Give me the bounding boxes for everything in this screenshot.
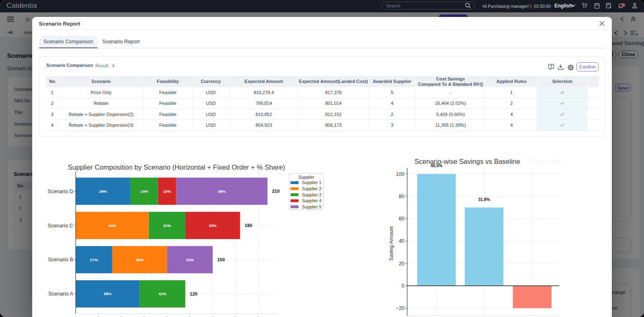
svg-text:Supplier Composition by Scenar: Supplier Composition by Scenario (Horizo…: [68, 163, 285, 171]
svg-text:Supplier: Supplier: [298, 175, 315, 180]
svg-text:210: 210: [272, 189, 279, 194]
svg-text:Scenario C: Scenario C: [48, 223, 73, 229]
svg-text:40: 40: [399, 238, 405, 244]
svg-text:44%: 44%: [108, 223, 116, 228]
svg-text:Saving Amount: Saving Amount: [388, 226, 394, 261]
svg-text:22%: 22%: [163, 223, 171, 228]
svg-text:45.5%: 45.5%: [431, 163, 442, 168]
svg-text:20: 20: [399, 261, 405, 267]
svg-text:10%: 10%: [163, 189, 171, 194]
svg-text:120: 120: [190, 291, 197, 296]
svg-text:48%: 48%: [218, 189, 226, 194]
svg-text:14%: 14%: [140, 189, 149, 194]
svg-text:180: 180: [245, 223, 252, 228]
svg-text:58%: 58%: [104, 291, 112, 296]
svg-text:Supplier 2: Supplier 2: [302, 186, 321, 191]
svg-text:33%: 33%: [209, 223, 217, 228]
svg-text:60: 60: [399, 216, 405, 222]
svg-text:Supplier 5: Supplier 5: [302, 204, 321, 209]
svg-text:Supplier 4: Supplier 4: [302, 198, 321, 203]
svg-text:Supplier 1: Supplier 1: [302, 180, 321, 185]
svg-text:Scenario D: Scenario D: [48, 189, 73, 194]
svg-text:31.8%: 31.8%: [478, 197, 490, 202]
svg-text:150: 150: [217, 257, 225, 262]
svg-text:27%: 27%: [90, 258, 98, 262]
svg-text:Supplier 3: Supplier 3: [302, 192, 321, 197]
svg-text:Scenario A: Scenario A: [48, 291, 73, 297]
svg-text:−20: −20: [396, 305, 405, 311]
svg-text:29%: 29%: [99, 189, 107, 194]
svg-text:33%: 33%: [186, 258, 194, 262]
svg-text:100: 100: [396, 171, 405, 177]
svg-text:42%: 42%: [159, 291, 167, 296]
svg-text:80: 80: [399, 194, 405, 199]
svg-text:(Single Bar: (Single Bar: [528, 158, 562, 165]
svg-text:40%: 40%: [136, 258, 144, 262]
svg-text:Scenario B: Scenario B: [48, 257, 73, 263]
svg-text:0: 0: [402, 283, 405, 289]
